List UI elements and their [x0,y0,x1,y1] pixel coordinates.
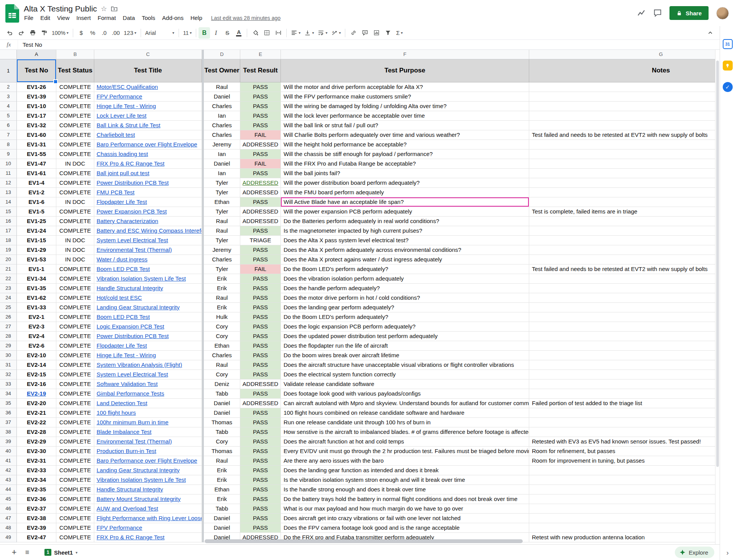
cell-test-purpose[interactable]: Do the battery trays hold the battery in… [281,494,529,504]
cell-test-owner[interactable]: Jeremy [204,245,240,255]
row-number[interactable]: 43 [0,475,17,485]
cell-test-result[interactable]: PASS [240,370,281,379]
row-number[interactable]: 18 [0,236,17,245]
cell-test-status[interactable]: IN DOC [56,197,94,207]
cell-test-no[interactable]: EV2-39 [17,523,56,533]
cell-test-result[interactable]: PASS [240,514,281,523]
vertical-scrollbar[interactable] [715,50,720,544]
row-number[interactable]: 40 [0,447,17,456]
cell-test-result[interactable]: PASS [240,312,281,322]
cell-test-result[interactable]: PASS [240,485,281,494]
cell-test-no[interactable]: EV1-5 [17,207,56,217]
font-size-select[interactable]: 11▾ [181,27,194,39]
cell-test-purpose[interactable]: Do the boom wires break over aircraft li… [281,351,529,360]
menu-format[interactable]: Format [94,14,120,22]
cell-notes[interactable]: Room for refinement, but passes [529,447,715,456]
formula-input[interactable]: Test No [18,40,720,49]
cell-test-result[interactable]: FAIL [240,264,281,274]
row-number[interactable]: 45 [0,494,17,504]
cell-test-owner[interactable]: Tyler [204,264,240,274]
cell-test-purpose[interactable]: Will the power expansion PCB perform ade… [281,207,529,217]
cell-test-owner[interactable]: Daniel [204,399,240,408]
cell-notes[interactable] [529,351,715,360]
cell-test-owner[interactable]: Tyler [204,178,240,188]
cell-test-title[interactable]: Flopdapter Life Test [94,341,202,351]
cell-test-owner[interactable]: Ian [204,111,240,121]
column-header-A[interactable]: A [17,50,56,59]
cell-test-status[interactable]: COMPLETE [56,111,94,121]
row-number[interactable]: 22 [0,274,17,284]
cell-test-purpose[interactable]: Does the Alta X protect agains water / d… [281,255,529,264]
row-number[interactable]: 6 [0,121,17,130]
cell-test-title[interactable]: System Vibration Analysis (Flight) [94,360,202,370]
cell-notes[interactable] [529,226,715,236]
row-number[interactable]: 14 [0,197,17,207]
cell-test-no[interactable]: EV1-4 [17,178,56,188]
cell-test-owner[interactable]: Erik [204,466,240,475]
cell-test-status[interactable]: COMPLETE [56,514,94,523]
cell-test-no[interactable]: EV1-15 [17,236,56,245]
menu-view[interactable]: View [54,14,73,22]
cell-test-purpose[interactable]: Will the ball link or strut fail / pull … [281,121,529,130]
cell-test-result[interactable]: ADDRESSED [240,399,281,408]
document-title[interactable]: Alta X Testing Public [24,4,97,13]
row-number[interactable]: 31 [0,360,17,370]
cell-test-owner[interactable]: Jeremy [204,140,240,149]
cell-notes[interactable] [529,312,715,322]
cell-test-status[interactable]: COMPLETE [56,389,94,399]
row-number[interactable]: 28 [0,332,17,341]
row-number[interactable]: 32 [0,370,17,379]
cell-test-title[interactable]: Charliebolt test [94,130,202,140]
cell-test-status[interactable]: COMPLETE [56,102,94,111]
row-number[interactable]: 19 [0,245,17,255]
increase-decimal-button[interactable]: .00 [110,27,122,39]
cell-test-result[interactable]: FAIL [240,159,281,169]
cell-test-purpose[interactable]: 100 flight hours combined on release can… [281,408,529,418]
cell-test-no[interactable]: EV2-6 [17,341,56,351]
cell-test-result[interactable]: PASS [240,341,281,351]
cell-test-title[interactable]: System Level Electrical Test [94,370,202,379]
cell-notes[interactable] [529,303,715,312]
cell-test-status[interactable]: COMPLETE [56,217,94,226]
cell-notes[interactable] [529,293,715,303]
cell-test-purpose[interactable]: Run one release candidate unit through 1… [281,418,529,427]
cell-test-purpose[interactable]: Does the Alta X pass system level electr… [281,236,529,245]
cell-test-owner[interactable]: Cory [204,332,240,341]
cell-test-title[interactable]: 100hr minimum Burn in time [94,418,202,427]
cell-test-no[interactable]: EV2-20 [17,399,56,408]
cell-notes[interactable] [529,159,715,169]
menu-insert[interactable]: Insert [73,14,94,22]
cell-test-purpose[interactable]: Validate release candidate software [281,379,529,389]
row-number[interactable]: 30 [0,351,17,360]
cell-notes[interactable]: Retested with EV3 as EV5 had known senso… [529,437,715,447]
cell-test-no[interactable]: EV1-32 [17,121,56,130]
cell-test-title[interactable]: Battery Mount Structural Integrity [94,494,202,504]
row-number[interactable]: 29 [0,341,17,351]
cell-test-no[interactable]: EV1-61 [17,169,56,178]
column-header-E[interactable]: E [240,50,281,59]
cell-test-title[interactable]: Boom LED PCB Test [94,264,202,274]
cell-test-no[interactable]: EV2-30 [17,447,56,456]
cell-test-no[interactable]: EV2-15 [17,370,56,379]
row-number[interactable]: 25 [0,303,17,312]
cell-test-owner[interactable]: Tyler [204,236,240,245]
cell-test-title[interactable]: System Level Electrical Test [94,236,202,245]
cell-test-result[interactable]: ADDRESSED [240,188,281,197]
cell-test-result[interactable]: PASS [240,245,281,255]
cell-test-result[interactable]: PASS [240,226,281,236]
cell-test-owner[interactable]: Charles [204,255,240,264]
cell-test-result[interactable]: PASS [240,427,281,437]
cell-notes[interactable] [529,188,715,197]
undo-button[interactable] [4,27,15,39]
fill-color-button[interactable] [249,27,261,39]
cell-test-title[interactable]: Vibration Isolation System Life Test [94,475,202,485]
cell-test-no[interactable]: EV1-35 [17,284,56,293]
cell-test-status[interactable]: COMPLETE [56,312,94,322]
row-number[interactable]: 13 [0,188,17,197]
header-cell-b[interactable]: Test Status [56,59,94,82]
cell-notes[interactable] [529,274,715,284]
cell-test-status[interactable]: COMPLETE [56,494,94,504]
cell-notes[interactable] [529,466,715,475]
cell-test-no[interactable]: EV2-10 [17,351,56,360]
cell-notes[interactable] [529,82,715,92]
